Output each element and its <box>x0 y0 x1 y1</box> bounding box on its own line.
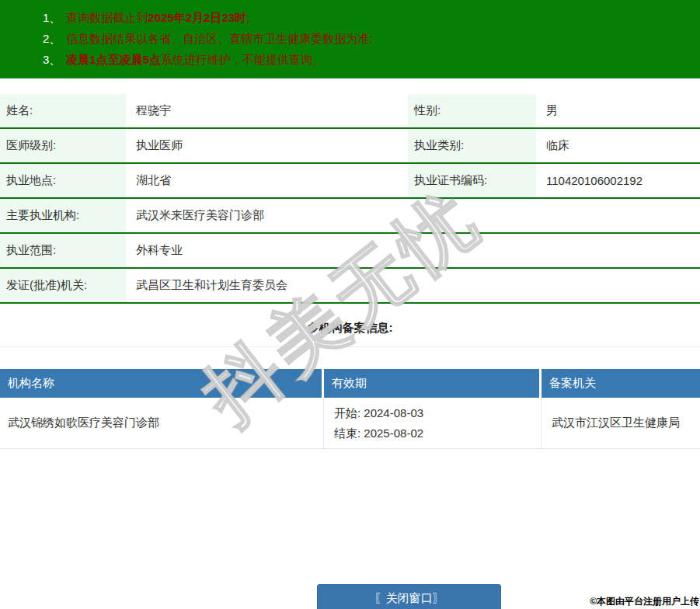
org-name-cell: 武汉锦绣如歌医疗美容门诊部 <box>0 398 324 448</box>
filing-table-row: 武汉锦绣如歌医疗美容门诊部 开始: 2024-08-03 结束: 2025-08… <box>0 398 700 449</box>
close-window-button[interactable]: 〖关闭窗口〗 <box>317 584 501 609</box>
field-label-level: 医师级别: <box>0 129 126 162</box>
info-row-main-institution: 主要执业机构: 武汉米来医疗美容门诊部 <box>0 199 700 234</box>
field-label-location: 执业地点: <box>0 164 126 197</box>
filing-table-header: 机构名称 有效期 备案机关 <box>0 369 700 398</box>
info-row-issuing-authority: 发证(批准)机关: 武昌区卫生和计划生育委员会 <box>0 269 700 304</box>
field-value-name: 程骁宇 <box>126 94 408 127</box>
notice-banner: 1、查询数据截止到2025年2月2日23时; 2、信息数据结果以各省、自治区、直… <box>0 0 700 78</box>
info-row-name-gender: 姓名: 程骁宇 性别: 男 <box>0 94 700 129</box>
info-row-level-category: 医师级别: 执业医师 执业类别: 临床 <box>0 129 700 164</box>
authority-cell: 武汉市江汉区卫生健康局 <box>542 398 700 448</box>
validity-cell: 开始: 2024-08-03 结束: 2025-08-02 <box>324 398 542 448</box>
field-value-category: 临床 <box>536 129 700 162</box>
multi-org-section-title: 多机构备案信息: <box>0 310 700 347</box>
field-value-gender: 男 <box>536 94 700 127</box>
field-label-gender: 性别: <box>408 94 536 127</box>
notice-text-bold: 2025年2月2日23时 <box>148 11 246 24</box>
notice-text: 信息数据结果以各省、自治区、直辖市卫生健康委数据为准; <box>66 32 372 45</box>
validity-end: 结束: 2025-08-02 <box>334 423 541 444</box>
filing-header-validity: 有效期 <box>324 369 542 398</box>
notice-text: 查询数据截止到 <box>66 11 148 24</box>
upload-credit: ©本图由平台注册用户上传 <box>590 595 699 608</box>
info-row-scope: 执业范围: 外科专业 <box>0 234 700 269</box>
practitioner-info-table: 姓名: 程骁宇 性别: 男 医师级别: 执业医师 执业类别: 临床 执业地点: … <box>0 94 700 304</box>
filing-table: 机构名称 有效期 备案机关 武汉锦绣如歌医疗美容门诊部 开始: 2024-08-… <box>0 369 700 449</box>
field-label-name: 姓名: <box>0 94 126 127</box>
field-label-issuing-authority: 发证(批准)机关: <box>0 269 126 302</box>
field-value-scope: 外科专业 <box>126 234 700 267</box>
field-value-location: 湖北省 <box>126 164 408 197</box>
field-value-main-institution: 武汉米来医疗美容门诊部 <box>126 199 700 232</box>
notice-line-3: 3、凌晨1点至凌晨5点系统进行维护，不能提供查询。 <box>0 49 700 70</box>
notice-text-bold: 凌晨1点至凌晨5点 <box>66 53 161 66</box>
field-value-issuing-authority: 武昌区卫生和计划生育委员会 <box>126 269 700 302</box>
field-label-scope: 执业范围: <box>0 234 126 267</box>
notice-text: ; <box>246 11 249 24</box>
info-row-location-certno: 执业地点: 湖北省 执业证书编码: 110420106002192 <box>0 164 700 199</box>
filing-header-authority: 备案机关 <box>542 369 700 398</box>
notice-line-1: 1、查询数据截止到2025年2月2日23时; <box>0 7 700 28</box>
validity-start: 开始: 2024-08-03 <box>334 403 541 423</box>
notice-number: 1、 <box>43 11 61 24</box>
field-value-certificate-no: 110420106002192 <box>536 164 700 197</box>
field-label-main-institution: 主要执业机构: <box>0 199 126 232</box>
notice-number: 2、 <box>43 32 61 45</box>
field-value-level: 执业医师 <box>126 129 408 162</box>
field-label-category: 执业类别: <box>408 129 536 162</box>
field-label-certificate-no: 执业证书编码: <box>408 164 536 197</box>
notice-text: 系统进行维护，不能提供查询。 <box>161 53 324 66</box>
notice-number: 3、 <box>43 53 61 66</box>
filing-header-org: 机构名称 <box>0 369 324 398</box>
notice-line-2: 2、信息数据结果以各省、自治区、直辖市卫生健康委数据为准; <box>0 28 700 49</box>
